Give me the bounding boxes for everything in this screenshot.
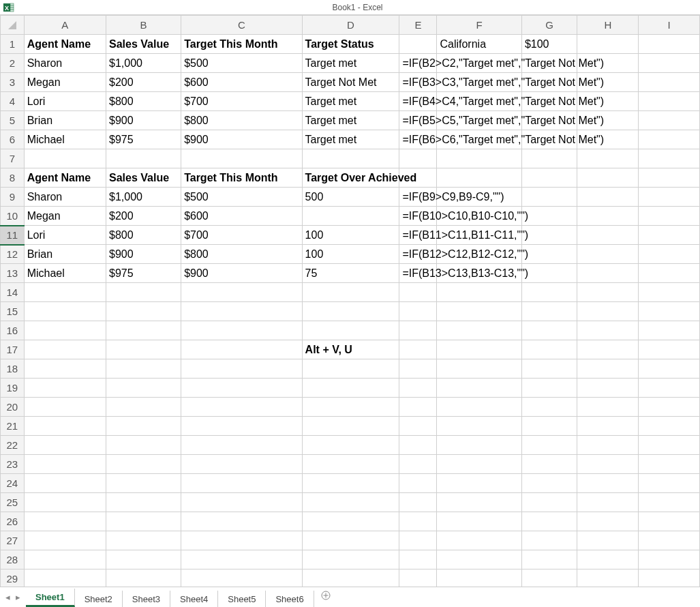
row-header-4[interactable]: 4 <box>1 92 25 111</box>
column-header-F[interactable]: F <box>437 16 521 35</box>
cell-D22[interactable] <box>302 436 399 455</box>
row-header-7[interactable]: 7 <box>1 149 25 168</box>
cell-E17[interactable] <box>399 340 437 359</box>
cell-C28[interactable] <box>181 550 302 569</box>
cell-C16[interactable] <box>181 321 302 340</box>
cell-H12[interactable] <box>577 245 639 264</box>
cell-E29[interactable] <box>399 569 437 587</box>
cell-D11[interactable]: 100 <box>302 226 399 245</box>
cell-B7[interactable] <box>106 149 181 168</box>
cell-B5[interactable]: $900 <box>106 111 181 130</box>
cell-I13[interactable] <box>639 264 700 283</box>
cell-C15[interactable] <box>181 302 302 321</box>
cell-B21[interactable] <box>106 417 181 436</box>
cell-B2[interactable]: $1,000 <box>106 54 181 73</box>
cell-H7[interactable] <box>577 149 639 168</box>
cell-G21[interactable] <box>521 417 577 436</box>
cell-B9[interactable]: $1,000 <box>106 188 181 207</box>
cell-E10[interactable]: =IF(B10>C10,B10-C10,"") <box>399 207 437 226</box>
cell-B4[interactable]: $800 <box>106 92 181 111</box>
cell-A27[interactable] <box>24 531 106 550</box>
cell-H26[interactable] <box>577 512 639 531</box>
cell-E3[interactable]: =IF(B3>C3,"Target met","Target Not Met") <box>399 73 437 92</box>
cell-H15[interactable] <box>577 302 639 321</box>
cell-C5[interactable]: $800 <box>181 111 302 130</box>
cell-G12[interactable] <box>521 245 577 264</box>
cell-E19[interactable] <box>399 379 437 398</box>
cell-B20[interactable] <box>106 398 181 417</box>
row-header-1[interactable]: 1 <box>1 35 25 54</box>
cell-D25[interactable] <box>302 493 399 512</box>
row-header-21[interactable]: 21 <box>1 417 25 436</box>
column-header-D[interactable]: D <box>302 16 399 35</box>
cell-A4[interactable]: Lori <box>24 92 106 111</box>
cell-A1[interactable]: Agent Name <box>24 35 106 54</box>
cell-B16[interactable] <box>106 321 181 340</box>
select-all-corner[interactable] <box>1 16 25 35</box>
row-header-22[interactable]: 22 <box>1 436 25 455</box>
cell-A16[interactable] <box>24 321 106 340</box>
cell-A18[interactable] <box>24 359 106 379</box>
cell-G8[interactable] <box>521 168 577 188</box>
cell-G14[interactable] <box>521 283 577 302</box>
cell-A26[interactable] <box>24 512 106 531</box>
cell-A3[interactable]: Megan <box>24 73 106 92</box>
cell-G9[interactable] <box>521 188 577 207</box>
cell-A19[interactable] <box>24 379 106 398</box>
cell-C14[interactable] <box>181 283 302 302</box>
cell-C3[interactable]: $600 <box>181 73 302 92</box>
cell-C13[interactable]: $900 <box>181 264 302 283</box>
cell-F7[interactable] <box>437 149 521 168</box>
cell-A29[interactable] <box>24 569 106 587</box>
cell-I8[interactable] <box>639 168 700 188</box>
cell-D23[interactable] <box>302 455 399 474</box>
cell-D15[interactable] <box>302 302 399 321</box>
cell-G16[interactable] <box>521 321 577 340</box>
cell-B27[interactable] <box>106 531 181 550</box>
row-header-15[interactable]: 15 <box>1 302 25 321</box>
cell-G23[interactable] <box>521 455 577 474</box>
cell-I15[interactable] <box>639 302 700 321</box>
cell-A12[interactable]: Brian <box>24 245 106 264</box>
cell-G17[interactable] <box>521 340 577 359</box>
cell-H19[interactable] <box>577 379 639 398</box>
cell-A13[interactable]: Michael <box>24 264 106 283</box>
cell-I10[interactable] <box>639 207 700 226</box>
cell-D24[interactable] <box>302 474 399 493</box>
cell-C2[interactable]: $500 <box>181 54 302 73</box>
row-header-9[interactable]: 9 <box>1 188 25 207</box>
cell-H14[interactable] <box>577 283 639 302</box>
cell-D9[interactable]: 500 <box>302 188 399 207</box>
cell-A28[interactable] <box>24 550 106 569</box>
cell-C10[interactable]: $600 <box>181 207 302 226</box>
cell-C22[interactable] <box>181 436 302 455</box>
cell-A7[interactable] <box>24 149 106 168</box>
cell-I24[interactable] <box>639 474 700 493</box>
cell-A2[interactable]: Sharon <box>24 54 106 73</box>
cell-F8[interactable] <box>437 168 521 188</box>
cell-E23[interactable] <box>399 455 437 474</box>
cell-B10[interactable]: $200 <box>106 207 181 226</box>
cell-B29[interactable] <box>106 569 181 587</box>
cell-H27[interactable] <box>577 531 639 550</box>
cell-I3[interactable] <box>639 73 700 92</box>
cell-F16[interactable] <box>437 321 521 340</box>
new-sheet-button[interactable] <box>314 587 337 607</box>
cell-E7[interactable] <box>399 149 437 168</box>
cell-I26[interactable] <box>639 512 700 531</box>
row-header-2[interactable]: 2 <box>1 54 25 73</box>
cell-G1[interactable]: $100 <box>521 35 577 54</box>
cell-D7[interactable] <box>302 149 399 168</box>
cell-H11[interactable] <box>577 226 639 245</box>
cell-H17[interactable] <box>577 340 639 359</box>
row-header-8[interactable]: 8 <box>1 168 25 188</box>
cell-D8[interactable]: Target Over Achieved <box>302 168 399 188</box>
cell-D14[interactable] <box>302 283 399 302</box>
cell-G20[interactable] <box>521 398 577 417</box>
cell-F20[interactable] <box>437 398 521 417</box>
cell-I6[interactable] <box>639 130 700 149</box>
cell-D6[interactable]: Target met <box>302 130 399 149</box>
cell-I16[interactable] <box>639 321 700 340</box>
cell-F23[interactable] <box>437 455 521 474</box>
cell-D21[interactable] <box>302 417 399 436</box>
